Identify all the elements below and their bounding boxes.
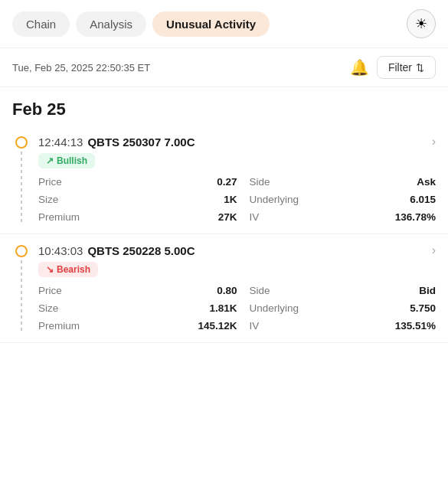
detail-label: Premium: [38, 320, 80, 332]
detail-label: Price: [38, 285, 62, 296]
detail-value: 1K: [224, 194, 237, 205]
activity-item[interactable]: 10:43:03QBTS 250228 5.00C › ↘ Bearish Pr…: [0, 234, 448, 343]
filter-icon: ⇅: [416, 62, 424, 74]
details-grid: Price 0.80 Side Bid Size 1.81K Underlyin…: [38, 283, 436, 333]
theme-toggle-button[interactable]: ☀: [407, 9, 436, 38]
detail-value: 6.015: [410, 194, 436, 205]
filter-label: Filter: [388, 61, 412, 74]
detail-label: IV: [250, 211, 260, 223]
activity-header-row: 12:44:13QBTS 250307 7.00C ›: [38, 135, 436, 149]
detail-row: Underlying 6.015: [237, 192, 437, 207]
detail-row: Side Bid: [237, 283, 437, 298]
timeline-line: [21, 152, 22, 224]
activity-item[interactable]: 12:44:13QBTS 250307 7.00C › ↗ Bullish Pr…: [0, 126, 448, 234]
activity-ticker: QBTS 250228 5.00C: [87, 244, 195, 257]
activity-ticker: QBTS 250307 7.00C: [87, 136, 195, 149]
activity-content: 12:44:13QBTS 250307 7.00C › ↗ Bullish Pr…: [38, 135, 436, 224]
activity-title: 12:44:13QBTS 250307 7.00C: [38, 136, 195, 149]
sentiment-badge: ↘ Bearish: [38, 262, 98, 277]
timeline-dot: [15, 136, 28, 149]
sentiment-label: Bearish: [57, 264, 90, 275]
activity-title: 10:43:03QBTS 250228 5.00C: [38, 244, 195, 257]
activity-list: 12:44:13QBTS 250307 7.00C › ↗ Bullish Pr…: [0, 126, 448, 358]
detail-row: Underlying 5.750: [237, 301, 437, 315]
detail-value: Bid: [419, 285, 436, 296]
detail-label: Underlying: [250, 194, 299, 205]
detail-row: Side Ask: [237, 175, 437, 189]
bearish-arrow-icon: ↘: [46, 264, 54, 275]
detail-row: Premium 27K: [38, 210, 237, 224]
filter-button[interactable]: Filter ⇅: [377, 56, 436, 79]
timeline-dot: [15, 245, 28, 257]
detail-label: IV: [250, 320, 260, 332]
details-grid: Price 0.27 Side Ask Size 1K Underlying 6…: [38, 175, 436, 224]
detail-row: IV 136.78%: [237, 210, 437, 224]
tab-chain[interactable]: Chain: [12, 11, 70, 37]
detail-value: 1.81K: [209, 302, 237, 314]
detail-value: 0.80: [217, 285, 237, 296]
detail-label: Side: [250, 285, 270, 296]
detail-value: Ask: [417, 176, 436, 188]
detail-label: Underlying: [250, 302, 299, 314]
activity-time: 12:44:13: [38, 136, 83, 149]
chevron-right-icon: ›: [432, 135, 436, 149]
sentiment-badge: ↗ Bullish: [38, 153, 95, 168]
chevron-right-icon: ›: [432, 243, 436, 257]
date-heading: Feb 25: [0, 87, 448, 126]
activity-time: 10:43:03: [38, 244, 83, 257]
detail-row: IV 135.51%: [237, 319, 437, 333]
detail-row: Size 1K: [38, 192, 237, 207]
detail-label: Size: [38, 194, 58, 205]
timeline-col: [12, 135, 31, 224]
detail-label: Size: [38, 302, 58, 314]
detail-label: Premium: [38, 211, 80, 223]
activity-header-row: 10:43:03QBTS 250228 5.00C ›: [38, 243, 436, 257]
detail-row: Price 0.27: [38, 175, 237, 189]
detail-row: Size 1.81K: [38, 301, 237, 315]
timeline-col: [12, 243, 31, 333]
bell-icon: 🔔: [350, 58, 369, 77]
bullish-arrow-icon: ↗: [46, 155, 54, 166]
detail-label: Price: [38, 176, 62, 188]
subheader-actions: 🔔 Filter ⇅: [350, 56, 436, 79]
detail-value: 135.51%: [395, 320, 436, 332]
activity-content: 10:43:03QBTS 250228 5.00C › ↘ Bearish Pr…: [38, 243, 436, 333]
detail-row: Premium 145.12K: [38, 319, 237, 333]
sun-icon: ☀: [415, 15, 427, 32]
detail-value: 5.750: [410, 302, 436, 314]
detail-value: 145.12K: [198, 320, 237, 332]
timeline-line: [21, 260, 22, 333]
subheader: Tue, Feb 25, 2025 22:50:35 ET 🔔 Filter ⇅: [0, 48, 448, 87]
detail-value: 27K: [218, 211, 237, 223]
timestamp-label: Tue, Feb 25, 2025 22:50:35 ET: [12, 62, 150, 74]
tab-analysis[interactable]: Analysis: [76, 11, 146, 37]
tab-unusual-activity[interactable]: Unusual Activity: [152, 11, 270, 37]
tab-bar: Chain Analysis Unusual Activity ☀: [0, 0, 448, 48]
detail-label: Side: [250, 176, 270, 188]
detail-value: 0.27: [217, 176, 237, 188]
sentiment-label: Bullish: [57, 155, 87, 166]
detail-value: 136.78%: [395, 211, 436, 223]
detail-row: Price 0.80: [38, 283, 237, 298]
notification-bell-button[interactable]: 🔔: [350, 58, 369, 77]
